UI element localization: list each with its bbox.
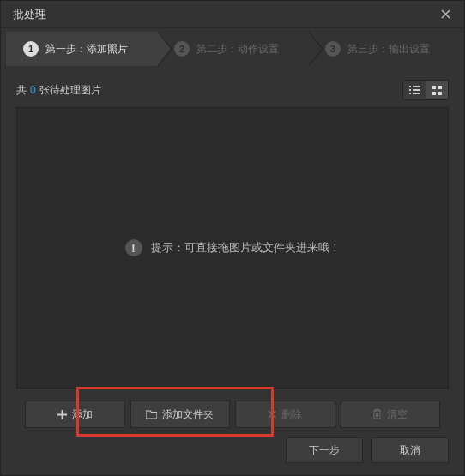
grid-icon bbox=[432, 86, 442, 95]
step-2[interactable]: 2 第二步：动作设置 bbox=[157, 32, 308, 66]
delete-button: 删除 bbox=[235, 401, 335, 428]
step-1-label: 第一步：添加照片 bbox=[45, 42, 128, 57]
step-2-label: 第二步：动作设置 bbox=[196, 42, 279, 57]
next-button[interactable]: 下一步 bbox=[286, 437, 363, 463]
info-icon: ! bbox=[125, 239, 142, 256]
close-icon bbox=[441, 9, 450, 19]
svg-rect-2 bbox=[409, 89, 411, 91]
list-view-button[interactable] bbox=[403, 81, 426, 99]
count-suffix: 张待处理图片 bbox=[39, 83, 101, 98]
grid-view-button[interactable] bbox=[426, 81, 448, 99]
svg-rect-6 bbox=[432, 86, 436, 89]
drop-area[interactable]: ! 提示：可直接拖图片或文件夹进来哦！ bbox=[16, 107, 449, 389]
view-toggle bbox=[402, 80, 449, 100]
footer: 下一步 取消 bbox=[286, 437, 449, 463]
step-1[interactable]: 1 第一步：添加照片 bbox=[6, 32, 157, 66]
add-button[interactable]: 添加 bbox=[25, 401, 125, 428]
count-row: 共 0 张待处理图片 bbox=[16, 80, 449, 100]
window-title: 批处理 bbox=[13, 7, 433, 22]
step-1-number: 1 bbox=[23, 41, 39, 57]
delete-icon bbox=[268, 410, 276, 419]
svg-rect-3 bbox=[413, 89, 420, 91]
svg-rect-0 bbox=[409, 86, 411, 87]
step-3-label: 第三步：输出设置 bbox=[347, 42, 430, 57]
add-folder-label: 添加文件夹 bbox=[162, 407, 214, 422]
step-3[interactable]: 3 第三步：输出设置 bbox=[308, 32, 459, 66]
next-label: 下一步 bbox=[309, 443, 340, 458]
step-2-number: 2 bbox=[174, 41, 190, 57]
list-icon bbox=[409, 86, 420, 95]
batch-dialog: 批处理 1 第一步：添加照片 2 第二步：动作设置 3 第三步：输出设置 共 0… bbox=[0, 0, 465, 476]
add-label: 添加 bbox=[72, 407, 93, 422]
svg-rect-1 bbox=[413, 86, 420, 87]
svg-rect-8 bbox=[432, 92, 436, 95]
step-3-number: 3 bbox=[325, 41, 341, 57]
cancel-button[interactable]: 取消 bbox=[371, 437, 449, 463]
plus-icon bbox=[57, 410, 67, 419]
hint-text: 提示：可直接拖图片或文件夹进来哦！ bbox=[151, 240, 341, 256]
content-area: 共 0 张待处理图片 bbox=[16, 80, 449, 428]
step-bar: 1 第一步：添加照片 2 第二步：动作设置 3 第三步：输出设置 bbox=[6, 32, 459, 66]
add-folder-button[interactable]: 添加文件夹 bbox=[130, 401, 231, 428]
folder-icon bbox=[146, 410, 157, 419]
action-row: 添加 添加文件夹 删除 清空 bbox=[16, 401, 449, 428]
delete-label: 删除 bbox=[281, 407, 302, 422]
clear-label: 清空 bbox=[387, 407, 408, 422]
svg-rect-7 bbox=[438, 86, 442, 89]
count-prefix: 共 bbox=[16, 83, 27, 98]
titlebar: 批处理 bbox=[1, 1, 464, 28]
clear-button: 清空 bbox=[341, 401, 441, 428]
svg-rect-5 bbox=[413, 93, 420, 94]
trash-icon bbox=[372, 409, 382, 419]
svg-rect-4 bbox=[409, 93, 411, 94]
cancel-label: 取消 bbox=[400, 443, 420, 458]
close-button[interactable] bbox=[433, 5, 457, 24]
svg-rect-9 bbox=[438, 92, 442, 95]
count-value: 0 bbox=[30, 84, 36, 96]
